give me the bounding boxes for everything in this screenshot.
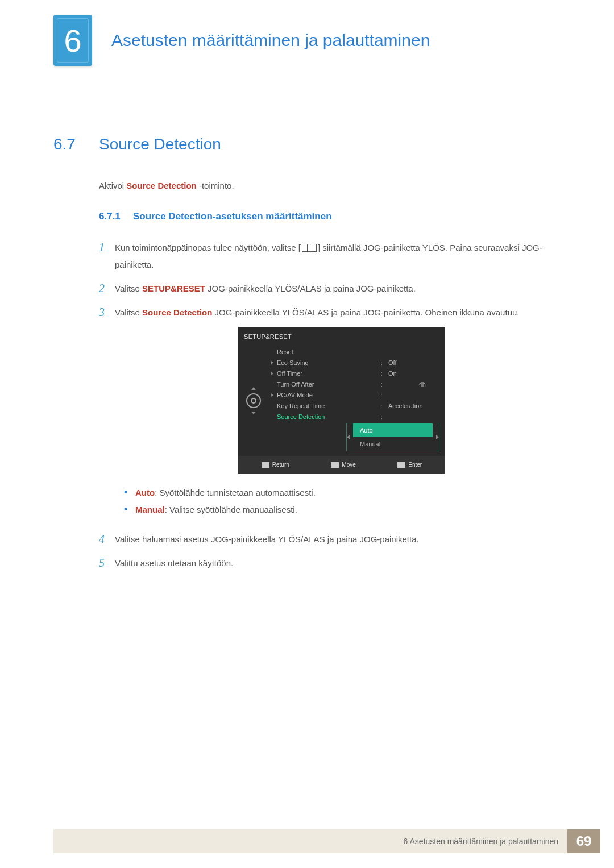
- step-number: 4: [99, 531, 115, 548]
- move-icon: [331, 462, 339, 468]
- step-4: 4 Valitse haluamasi asetus JOG-painikkee…: [99, 531, 569, 548]
- step-number: 3: [99, 304, 115, 524]
- arrow-down-icon: [251, 412, 256, 414]
- step-1: 1 Kun toimintonäppäinopas tulee näyttöön…: [99, 239, 569, 273]
- chevron-right-icon: [271, 372, 273, 375]
- step-3: 3 Valitse Source Detection JOG-painikkee…: [99, 304, 569, 524]
- return-icon: [262, 462, 269, 468]
- osd-row-reset: Reset: [269, 346, 445, 357]
- menu-grid-icon: [302, 244, 317, 252]
- osd-row-eco: Eco Saving : Off: [269, 357, 445, 368]
- setup-reset-term: SETUP&RESET: [142, 284, 205, 293]
- osd-window: SETUP&RESET Reset: [238, 327, 445, 474]
- osd-enter: Enter: [397, 459, 422, 471]
- step-number: 1: [99, 239, 115, 273]
- osd-return: Return: [262, 459, 289, 471]
- chapter-number: 6: [64, 22, 81, 59]
- chapter-title: Asetusten määrittäminen ja palauttaminen: [111, 31, 430, 50]
- osd-row-turnoff: Turn Off After : 4h: [269, 379, 445, 389]
- osd-row-keyrepeat: Key Repeat Time : Acceleration: [269, 400, 445, 411]
- source-detection-term: Source Detection: [142, 308, 212, 317]
- chevron-right-icon: [271, 361, 273, 364]
- chapter-header: 6 Asetusten määrittäminen ja palauttamin…: [53, 15, 614, 66]
- page-footer: 6 Asetusten määrittäminen ja palauttamin…: [53, 829, 600, 853]
- bullet-auto-label: Auto: [135, 488, 155, 497]
- osd-list: Reset Eco Saving : Off: [269, 345, 445, 456]
- bullet-manual: • Manual: Valitse syöttölähde manuaalise…: [124, 501, 569, 518]
- subsection-title: Source Detection-asetuksen määrittäminen: [133, 211, 332, 222]
- arrow-left-icon: [347, 435, 350, 439]
- chapter-badge: 6: [53, 15, 92, 66]
- subsection-number: 6.7.1: [99, 211, 133, 222]
- page-number: 69: [567, 829, 600, 853]
- osd-row-offtimer: Off Timer : On: [269, 368, 445, 379]
- section-number: 6.7: [53, 135, 99, 153]
- osd-move: Move: [331, 459, 355, 471]
- intro-term: Source Detection: [126, 181, 196, 190]
- osd-row-sourcedetect: Source Detection :: [269, 411, 445, 422]
- osd-dropdown: Auto Manual: [346, 423, 439, 451]
- section-title: Source Detection: [99, 135, 221, 153]
- section-heading: 6.7 Source Detection: [53, 135, 569, 153]
- osd-option-auto: Auto: [353, 423, 433, 437]
- bullet-manual-label: Manual: [135, 505, 165, 514]
- osd-footer: Return Move Enter: [238, 456, 445, 474]
- arrow-up-icon: [251, 387, 256, 390]
- arrow-right-icon: [436, 435, 439, 439]
- intro-text: Aktivoi Source Detection -toiminto.: [99, 181, 569, 190]
- step-number: 5: [99, 555, 115, 572]
- step-5: 5 Valittu asetus otetaan käyttöön.: [99, 555, 569, 572]
- step-number: 2: [99, 280, 115, 297]
- step-2: 2 Valitse SETUP&RESET JOG-painikkeella Y…: [99, 280, 569, 297]
- osd-option-manual: Manual: [353, 437, 433, 451]
- chevron-right-icon: [271, 393, 273, 397]
- osd-title: SETUP&RESET: [238, 327, 445, 345]
- gear-icon: [246, 393, 261, 408]
- bullet-auto: • Auto: Syöttölähde tunnistetaan automaa…: [124, 484, 569, 501]
- enter-icon: [397, 462, 405, 468]
- osd-sidebar: [238, 345, 269, 456]
- subsection-heading: 6.7.1 Source Detection-asetuksen määritt…: [99, 211, 569, 222]
- osd-row-pcav: PC/AV Mode :: [269, 389, 445, 400]
- footer-text: 6 Asetusten määrittäminen ja palauttamin…: [53, 829, 567, 853]
